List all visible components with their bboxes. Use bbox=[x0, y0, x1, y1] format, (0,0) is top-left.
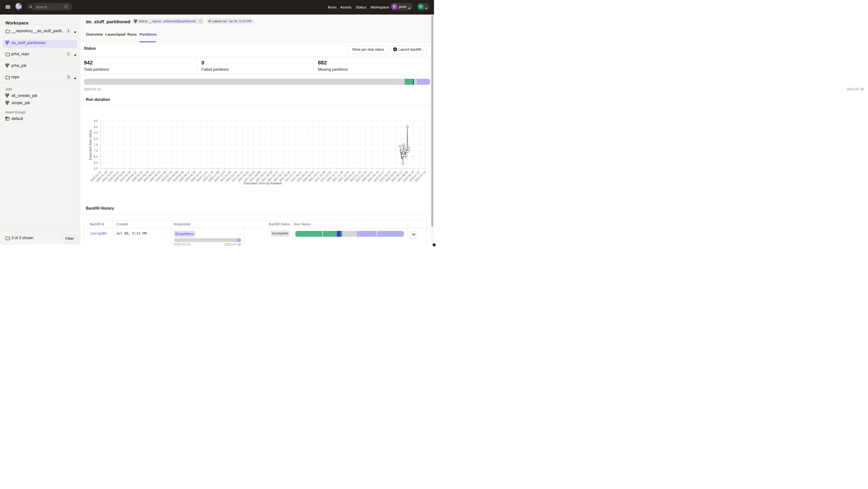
svg-text:Execution time (secs): Execution time (secs) bbox=[89, 130, 92, 160]
svg-text:9.5: 9.5 bbox=[94, 119, 98, 123]
svg-text:Execution Time by Partition: Execution Time by Partition bbox=[244, 182, 282, 185]
svg-text:9.0: 9.0 bbox=[94, 125, 98, 129]
svg-text:6.5: 6.5 bbox=[94, 155, 98, 159]
svg-text:7.5: 7.5 bbox=[94, 143, 98, 146]
svg-text:7.0: 7.0 bbox=[94, 149, 98, 153]
svg-text:8.0: 8.0 bbox=[94, 137, 98, 140]
svg-text:6.0: 6.0 bbox=[94, 161, 98, 165]
svg-text:8.5: 8.5 bbox=[94, 131, 98, 134]
svg-text:5.5: 5.5 bbox=[94, 167, 98, 170]
